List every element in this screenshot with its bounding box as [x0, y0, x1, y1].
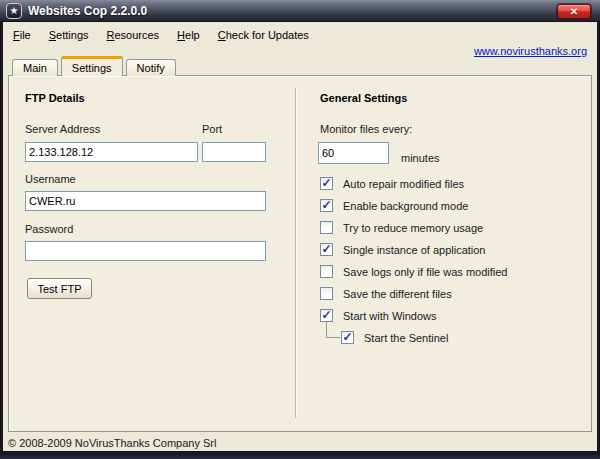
password-label: Password: [25, 223, 73, 235]
checkbox-row-enable-background-mode: ✓Enable background mode: [320, 199, 507, 212]
checkbox-save-the-different-files[interactable]: [320, 287, 333, 300]
checkbox-auto-repair-modified-files[interactable]: ✓: [320, 177, 333, 190]
close-button[interactable]: ✕: [557, 4, 591, 19]
username-input[interactable]: [25, 191, 266, 211]
tab-notify[interactable]: Notify: [126, 59, 176, 76]
app-window: ★ Websites Cop 2.2.0.0 ✕ FileSettingsRes…: [0, 0, 600, 459]
checkbox-start-with-windows[interactable]: ✓: [320, 309, 333, 322]
checkbox-label-single-instance-of-application: Single instance of application: [343, 244, 485, 256]
window-bottom-frame: [0, 451, 600, 459]
checkbox-save-logs-only-if-file-was-modified[interactable]: [320, 265, 333, 278]
menu-item-settings[interactable]: Settings: [47, 28, 91, 42]
status-bar: © 2008-2009 NoVirusThanks Company Srl: [8, 437, 216, 449]
checkbox-enable-background-mode[interactable]: ✓: [320, 199, 333, 212]
menu-item-resources[interactable]: Resources: [105, 28, 162, 42]
checkbox-label-save-logs-only-if-file-was-modified: Save logs only if file was modified: [343, 266, 507, 278]
checkbox-label-start-the-sentinel: Start the Sentinel: [364, 332, 448, 344]
checkbox-row-single-instance-of-application: ✓Single instance of application: [320, 243, 507, 256]
checkbox-row-start-with-windows: ✓Start with Windows: [320, 309, 507, 322]
checkbox-row-start-the-sentinel: ✓Start the Sentinel: [341, 331, 507, 344]
checkbox-label-auto-repair-modified-files: Auto repair modified files: [343, 178, 464, 190]
checkbox-row-save-logs-only-if-file-was-modified: Save logs only if file was modified: [320, 265, 507, 278]
tab-bar: MainSettingsNotify: [12, 56, 179, 76]
general-settings-heading: General Settings: [320, 92, 407, 104]
checkbox-row-save-the-different-files: Save the different files: [320, 287, 507, 300]
checkbox-label-save-the-different-files: Save the different files: [343, 288, 452, 300]
monitor-interval-input[interactable]: [318, 142, 389, 164]
monitor-unit-label: minutes: [401, 152, 440, 164]
checkbox-label-enable-background-mode: Enable background mode: [343, 200, 468, 212]
username-label: Username: [25, 173, 76, 185]
checkbox-label-start-with-windows: Start with Windows: [343, 310, 437, 322]
window-title: Websites Cop 2.2.0.0: [28, 4, 147, 18]
port-label: Port: [202, 123, 222, 135]
checkbox-try-to-reduce-memory-usage[interactable]: [320, 221, 333, 234]
ftp-details-heading: FTP Details: [25, 92, 85, 104]
general-checkbox-list: ✓Auto repair modified files✓Enable backg…: [320, 177, 507, 353]
server-address-label: Server Address: [25, 123, 100, 135]
copyright-text: © 2008-2009 NoVirusThanks Company Srl: [8, 437, 216, 449]
settings-tab-panel: FTP Details Server Address Port Username…: [8, 75, 592, 432]
tab-main[interactable]: Main: [12, 59, 58, 76]
test-ftp-button[interactable]: Test FTP: [27, 278, 92, 299]
title-bar: ★ Websites Cop 2.2.0.0 ✕: [0, 0, 600, 22]
checkbox-start-the-sentinel[interactable]: ✓: [341, 331, 354, 344]
tab-settings[interactable]: Settings: [61, 56, 123, 76]
website-link[interactable]: www.novirusthanks.org: [474, 45, 587, 57]
section-divider: [295, 88, 297, 418]
port-input[interactable]: [202, 142, 266, 162]
monitor-interval-label: Monitor files every:: [320, 123, 412, 135]
menu-bar: FileSettingsResourcesHelpCheck for Updat…: [11, 28, 325, 42]
menu-item-help[interactable]: Help: [175, 28, 202, 42]
tree-connector-line: [326, 322, 340, 338]
password-input[interactable]: [25, 241, 266, 261]
menu-item-file[interactable]: File: [11, 28, 33, 42]
checkbox-row-auto-repair-modified-files: ✓Auto repair modified files: [320, 177, 507, 190]
checkbox-row-try-to-reduce-memory-usage: Try to reduce memory usage: [320, 221, 507, 234]
menu-item-check-for-updates[interactable]: Check for Updates: [216, 28, 311, 42]
server-address-input[interactable]: [25, 142, 198, 162]
app-star-icon: ★: [6, 3, 22, 19]
client-area: FileSettingsResourcesHelpCheck for Updat…: [3, 22, 597, 451]
checkbox-label-try-to-reduce-memory-usage: Try to reduce memory usage: [343, 222, 483, 234]
checkbox-single-instance-of-application[interactable]: ✓: [320, 243, 333, 256]
